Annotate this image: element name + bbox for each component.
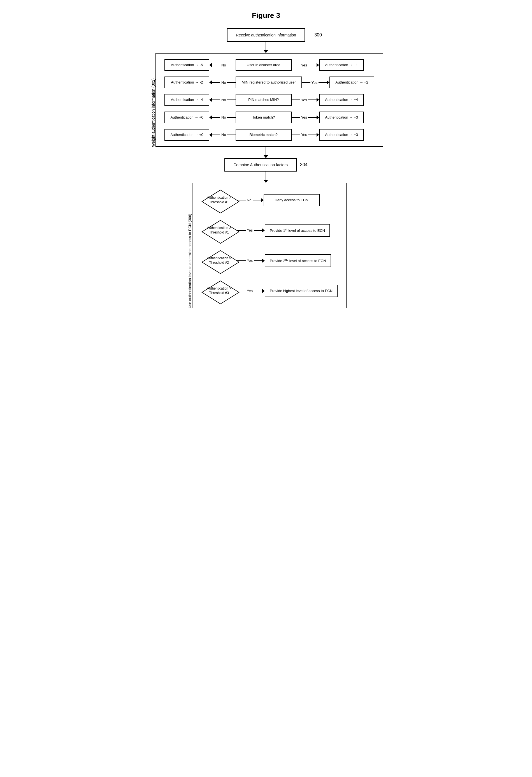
left-box-1: Authentication → -2 — [164, 77, 209, 88]
weight-row-4: Authentication → +0 No Biometric match? … — [164, 129, 374, 141]
ecn-section-wrapper: Use authentication level to determine ac… — [185, 183, 347, 308]
left-box-2: Authentication → -4 — [164, 94, 209, 106]
weight-row-1: Authentication → -2 No MIN registered to… — [164, 77, 374, 88]
ecn-row-0: Authentication > Threshold #1 No Deny ac… — [201, 189, 338, 211]
left-box-3: Authentication → +0 — [164, 112, 209, 123]
right-box-4: Authentication → +3 — [319, 129, 364, 141]
center-box-2: PIN matches MIN? — [236, 94, 292, 106]
center-box-0: User in disaster area — [236, 59, 292, 71]
arrow-down-1 — [264, 42, 268, 53]
combine-flow: Combine Authentication factors 304 — [225, 147, 307, 183]
left-box-0: Authentication → -5 — [164, 59, 209, 71]
weight-section: Authentication → -5 No User in disaster … — [155, 53, 383, 147]
right-box-3: Authentication → +3 — [319, 112, 364, 123]
weight-row-2: Authentication → -4 No PIN matches MIN? … — [164, 94, 374, 106]
ecn-section: Authentication > Threshold #1 No Deny ac… — [192, 183, 347, 308]
diamond-1: Authentication > Threshold #1 — [201, 219, 237, 242]
weight-section-wrapper: Weight authentication information (302) … — [149, 53, 383, 147]
receive-auth-box: Receive authentication information — [227, 28, 305, 42]
diamond-3: Authentication > Threshold #3 — [201, 280, 237, 302]
weight-row-3: Authentication → +0 No Token match? Yes … — [164, 112, 374, 123]
ecn-result-0: Deny access to ECN — [264, 194, 320, 206]
top-flow: Receive authentication information 300 — [227, 28, 305, 53]
right-box-2: Authentication → +4 — [319, 94, 364, 106]
combine-box: Combine Authentication factors — [225, 158, 297, 172]
weight-label: Weight authentication information (302) — [149, 53, 155, 147]
ecn-result-2: Provide 2nd level of access to ECN — [265, 254, 331, 267]
ecn-row-1: Authentication > Threshold #1 Yes Provid… — [201, 219, 338, 242]
diamond-0: Authentication > Threshold #1 — [201, 189, 237, 211]
center-box-4: Biometric match? — [236, 129, 292, 141]
arrow-down-3 — [264, 172, 268, 183]
weight-row-0: Authentication → -5 No User in disaster … — [164, 59, 374, 71]
center-box-3: Token match? — [236, 112, 292, 123]
ecn-row-3: Authentication > Threshold #3 Yes Provid… — [201, 280, 338, 302]
center-box-1: MIN registered to authorized user — [236, 77, 302, 88]
page-title: Figure 3 — [252, 11, 280, 20]
right-box-1: Authentication → +2 — [329, 77, 374, 88]
diamond-2: Authentication > Threshold #2 — [201, 249, 237, 272]
ecn-result-3: Provide highest level of access to ECN — [265, 285, 338, 297]
left-box-4: Authentication → +0 — [164, 129, 209, 141]
ecn-label: Use authentication level to determine ac… — [185, 183, 192, 308]
ref-300: 300 — [314, 32, 322, 37]
ecn-row-2: Authentication > Threshold #2 Yes Provid… — [201, 249, 338, 272]
ref-304: 304 — [300, 162, 307, 168]
ecn-result-1: Provide 1st level of access to ECN — [265, 224, 330, 237]
right-box-0: Authentication → +1 — [319, 59, 364, 71]
arrow-down-2 — [264, 147, 268, 158]
